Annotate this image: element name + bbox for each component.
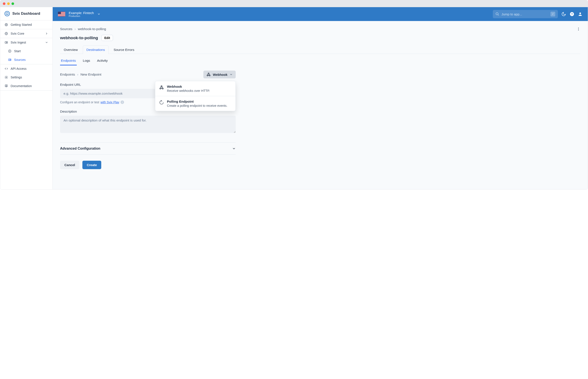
brand-logo-icon	[4, 11, 10, 16]
environment-selector[interactable]: Example: Fintech Production	[69, 11, 94, 17]
sidebar-item-start[interactable]: Start	[0, 47, 52, 55]
tab-activity[interactable]: Activity	[96, 57, 109, 65]
sidebar-item-label: Getting Started	[11, 23, 32, 26]
region-flag-icon	[58, 12, 65, 16]
sidebar: Svix Dashboard Getting Started Svix Core…	[0, 7, 53, 189]
cancel-button[interactable]: Cancel	[60, 161, 79, 169]
tab-endpoints[interactable]: Endpoints	[60, 57, 77, 65]
edit-button[interactable]: Edit	[101, 35, 113, 41]
core-icon	[4, 32, 8, 35]
dropdown-option-title: Polling Endpoint	[167, 100, 227, 104]
sidebar-item-label: Svix Ingest	[11, 41, 26, 44]
svg-rect-15	[58, 12, 61, 14]
secondary-tabs: Endpoints Logs Activity	[60, 57, 580, 65]
svg-point-7	[6, 77, 7, 78]
sidebar-item-label: Svix Core	[11, 32, 24, 35]
endpoint-type-label: Webhook	[213, 73, 227, 77]
play-circle-icon	[8, 49, 12, 53]
sources-icon	[8, 58, 12, 62]
sidebar-item-settings[interactable]: Settings	[0, 73, 52, 82]
more-vertical-icon	[576, 27, 580, 31]
svg-point-1	[5, 23, 8, 26]
advanced-configuration-toggle[interactable]: Advanced Configuration	[60, 142, 236, 155]
helper-text: Configure an endpoint or test	[60, 100, 99, 104]
svg-point-22	[578, 30, 579, 31]
ingest-icon	[4, 41, 8, 44]
more-actions-button[interactable]	[576, 27, 580, 31]
sidebar-item-documentation[interactable]: Documentation	[0, 82, 52, 91]
tab-destinations[interactable]: Destinations	[83, 46, 109, 54]
minimize-window-icon[interactable]	[7, 2, 10, 5]
tab-overview[interactable]: Overview	[60, 46, 82, 54]
svg-point-19	[579, 13, 581, 14]
svix-play-link[interactable]: with Svix Play	[101, 100, 119, 104]
dropdown-option-webhook[interactable]: Webhook Receive webhooks over HTTP.	[155, 81, 235, 96]
dropdown-option-title: Webhook	[167, 85, 210, 89]
tab-logs[interactable]: Logs	[82, 57, 91, 65]
search-shortcut-key: /	[551, 12, 555, 16]
tab-source-errors[interactable]: Source Errors	[110, 46, 138, 54]
brand-name: Svix Dashboard	[12, 12, 40, 16]
endpoint-type-selector[interactable]: Webhook	[203, 71, 236, 79]
chevron-down-icon	[45, 41, 48, 44]
dropdown-option-polling[interactable]: Polling Endpoint Create a polling endpoi…	[155, 96, 235, 111]
sidebar-item-label: Documentation	[11, 84, 32, 88]
help-icon[interactable]: ?	[570, 12, 574, 16]
svg-point-0	[5, 11, 10, 16]
dark-mode-icon[interactable]	[561, 12, 566, 16]
sidebar-item-label: Start	[14, 49, 21, 53]
dropdown-option-desc: Receive webhooks over HTTP.	[167, 89, 210, 93]
chevron-down-icon	[232, 147, 236, 150]
gear-icon	[4, 76, 8, 79]
sidebar-item-svix-ingest[interactable]: Svix Ingest	[0, 38, 52, 47]
sub-breadcrumb-current: New Endpoint	[81, 73, 101, 77]
webhook-icon	[159, 85, 164, 90]
sidebar-item-api-access[interactable]: API Access	[0, 64, 52, 73]
sidebar-item-label: Settings	[11, 76, 22, 79]
sidebar-item-label: Sources	[14, 58, 26, 62]
svg-point-2	[6, 24, 7, 25]
close-window-icon[interactable]	[3, 2, 5, 5]
sidebar-item-sources[interactable]: Sources	[0, 55, 52, 64]
environment-stage: Production	[69, 15, 94, 17]
chevron-right-icon: ›	[75, 27, 76, 31]
sub-breadcrumb: Endpoints › New Endpoint	[60, 73, 101, 77]
info-icon[interactable]: i	[120, 100, 124, 104]
search-input[interactable]	[502, 12, 548, 16]
main-content: Example: Fintech Production / ?	[53, 7, 588, 189]
user-icon[interactable]	[578, 12, 583, 16]
breadcrumb-current: webhook-to-polling	[78, 27, 106, 31]
webhook-icon	[206, 72, 211, 77]
sidebar-item-svix-core[interactable]: Svix Core	[0, 29, 52, 38]
endpoint-type-dropdown: Webhook Receive webhooks over HTTP. Poll…	[155, 81, 236, 111]
code-icon	[4, 67, 8, 70]
search-box[interactable]: /	[493, 10, 558, 18]
advanced-configuration-label: Advanced Configuration	[60, 147, 101, 151]
svg-rect-14	[58, 16, 65, 16]
environment-name: Example: Fintech	[69, 11, 94, 15]
dropdown-option-desc: Create a polling endpoint to receive eve…	[167, 104, 227, 107]
primary-tabs: Overview Destinations Source Errors	[60, 45, 580, 54]
polling-icon	[159, 100, 164, 105]
target-icon	[4, 23, 8, 26]
maximize-window-icon[interactable]	[12, 2, 14, 5]
chevron-right-icon	[45, 32, 48, 35]
create-button[interactable]: Create	[82, 161, 101, 169]
svg-text:?: ?	[571, 13, 573, 16]
topbar: Example: Fintech Production / ?	[53, 7, 588, 21]
window-titlebar	[0, 0, 588, 7]
breadcrumb-root[interactable]: Sources	[60, 27, 72, 31]
chevron-down-icon[interactable]	[97, 13, 101, 16]
sidebar-item-getting-started[interactable]: Getting Started	[0, 20, 52, 29]
description-input[interactable]	[60, 116, 236, 133]
svg-point-21	[578, 29, 579, 30]
svg-rect-12	[58, 14, 65, 15]
sub-breadcrumb-root[interactable]: Endpoints	[60, 73, 75, 77]
chevron-right-icon: ›	[77, 73, 78, 77]
chevron-down-icon	[230, 73, 233, 76]
svg-rect-13	[58, 15, 65, 15]
breadcrumb: Sources › webhook-to-polling	[60, 27, 580, 31]
book-icon	[4, 84, 8, 88]
sidebar-header[interactable]: Svix Dashboard	[0, 7, 52, 20]
svg-point-20	[578, 28, 579, 28]
